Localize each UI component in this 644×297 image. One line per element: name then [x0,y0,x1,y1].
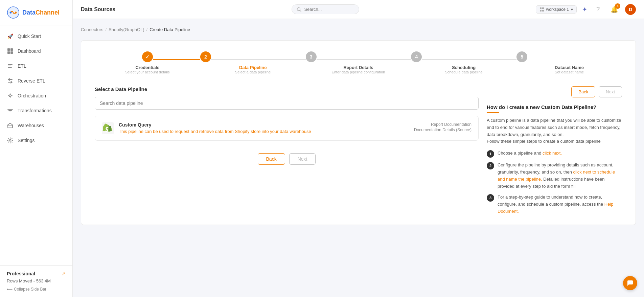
workspace-selector[interactable]: workspace 1 ▾ [536,5,577,14]
warehouse-icon [7,122,14,129]
help-button[interactable]: ? [593,4,603,15]
next-button-bottom[interactable]: Next [289,153,316,165]
orchestration-icon [7,92,14,99]
help-intro-text: A custom pipeline is a data pipeline tha… [487,117,622,145]
search-icon [297,7,301,12]
transformations-icon [7,107,14,114]
step-label-scheduling: Scheduling [452,65,476,70]
pipeline-description: This pipeline can be used to request and… [119,129,409,134]
sidebar-item-transformations[interactable]: Transformations [0,103,72,118]
svg-rect-8 [8,125,13,128]
step-sublabel-scheduling: Schedule data pipeline [445,70,483,74]
grid-icon [7,48,14,54]
svg-point-9 [9,140,11,141]
notifications-button[interactable]: 🔔 6 [609,4,620,15]
wizard-steps: ✓ Credentials Select your account detail… [95,51,622,74]
help-panel: Back Next How do I create a new Custom D… [487,86,622,215]
step-num-2: 2 [487,162,494,169]
form-section-title: Select a Data Pipeline [95,86,479,92]
search-box[interactable] [292,4,359,14]
content: Connectors / Shopify(GraphQL) / Create D… [73,19,644,297]
help-steps: 1 Choose a pipeline and click next. 2 Co… [487,150,622,215]
step-scheduling: 4 Scheduling Schedule data pipeline [411,51,516,74]
form-panel: Select a Data Pipeline [95,86,622,215]
sidebar-item-orchestration[interactable]: Orchestration [0,88,72,103]
step-label-credentials: Credentials [135,65,159,70]
help-step-2: 2 Configure the pipeline by providing de… [487,162,622,190]
step-sublabel-pipeline: Select a data pipeline [235,70,271,74]
breadcrumb-connectors[interactable]: Connectors [81,27,103,32]
sidebar-nav: 🚀 Quick Start Dashboard ETL Reverse ETL [0,25,72,265]
back-button-bottom[interactable]: Back [258,153,285,165]
workspace-name: workspace 1 [546,7,569,12]
sidebar-item-warehouses[interactable]: Warehouses [0,118,72,133]
wizard-card: ✓ Credentials Select your account detail… [81,40,636,225]
logo-text: DataChannel [22,9,60,16]
step-credentials: ✓ Credentials Select your account detail… [95,51,200,74]
sidebar-item-etl[interactable]: ETL [0,59,72,73]
svg-rect-4 [10,48,13,51]
pipeline-info: Custom Query This pipeline can be used t… [119,122,409,134]
step-sublabel-dataset: Set dataset name [555,70,584,74]
notification-badge: 6 [615,3,620,9]
help-underline [487,112,499,113]
workspace-icon [539,7,544,12]
form-left: Select a Data Pipeline [95,86,479,215]
sidebar-item-reverse-etl[interactable]: Reverse ETL [0,73,72,88]
step-sublabel-credentials: Select your account details [125,70,169,74]
doc-details-link[interactable]: Documentation Details (Source) [414,128,472,132]
sidebar: DataChannel 🚀 Quick Start Dashboard ETL … [0,0,73,297]
pipeline-search-input[interactable] [95,97,479,110]
breadcrumb-current: Create Data Pipeline [150,27,190,32]
search-input[interactable] [304,7,351,12]
help-step-1: 1 Choose a pipeline and click next. [487,150,622,158]
top-btn-row: Back Next [487,86,622,97]
step-num-3: 3 [487,194,494,202]
step-circle-report: 3 [306,51,317,62]
sidebar-item-quick-start[interactable]: 🚀 Quick Start [0,29,72,44]
report-doc-link[interactable]: Report Documentation [431,122,472,127]
svg-rect-12 [542,7,544,9]
step-label-pipeline: Data Pipeline [239,65,267,70]
step-circle-pipeline: 2 [200,51,211,62]
svg-rect-6 [10,51,13,54]
help-step-3: 3 For a step-by-step guide to understand… [487,194,622,215]
sparkle-icon[interactable]: ✦ [582,6,587,13]
pipeline-links: Report Documentation Documentation Detai… [414,122,472,132]
back-button-top[interactable]: Back [571,86,595,97]
step-connector-4 [422,59,516,60]
avatar[interactable]: D [625,4,636,15]
logo: DataChannel [0,0,72,25]
step-sublabel-report: Enter data pipeline configuration [332,70,385,74]
page-title: Data Sources [81,6,115,13]
plan-link[interactable]: ↗ [62,271,66,276]
step-label-report: Report Details [343,65,373,70]
next-button-top[interactable]: Next [599,86,622,97]
pipeline-name: Custom Query [119,122,409,128]
chat-icon [627,280,634,287]
svg-rect-5 [7,51,10,54]
sidebar-item-dashboard[interactable]: Dashboard [0,44,72,59]
svg-rect-13 [540,10,542,12]
settings-icon [7,137,14,144]
reverse-etl-icon [7,77,14,84]
step-circle-credentials: ✓ [142,51,153,62]
rocket-icon: 🚀 [7,33,14,40]
bottom-btn-row: Back Next [95,153,479,165]
step-connector-3 [317,59,411,60]
breadcrumb-shopify[interactable]: Shopify(GraphQL) [109,27,144,32]
sidebar-footer: Professional ↗ Rows Moved - 563.4M ⟵ Col… [0,265,72,297]
sidebar-item-settings[interactable]: Settings [0,133,72,148]
breadcrumb: Connectors / Shopify(GraphQL) / Create D… [81,27,636,32]
chat-bubble[interactable] [623,276,637,290]
pipeline-card[interactable]: Custom Query This pipeline can be used t… [95,116,479,141]
svg-rect-14 [542,10,544,12]
divider [95,147,479,147]
svg-point-1 [10,12,12,14]
topbar: Data Sources workspace 1 ▾ ✦ ? 🔔 6 D [73,0,644,19]
help-title: How do I create a new Custom Data Pipeli… [487,104,622,110]
collapse-sidebar-button[interactable]: ⟵ Collapse Side Bar [7,287,66,292]
svg-rect-3 [7,48,10,51]
step-data-pipeline: 2 Data Pipeline Select a data pipeline [200,51,306,74]
svg-point-2 [15,12,17,14]
